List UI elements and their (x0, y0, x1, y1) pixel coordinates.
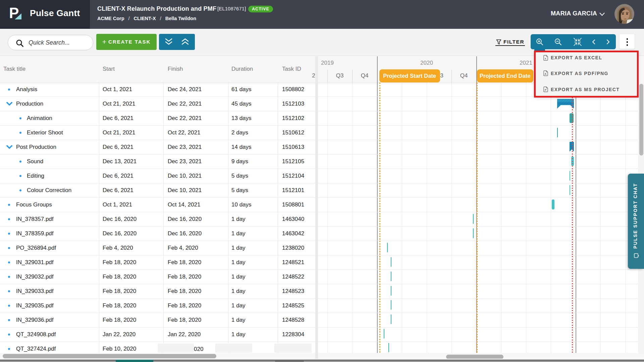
svg-text:P: P (545, 88, 547, 92)
svg-text:x: x (545, 57, 546, 60)
svg-text:A: A (544, 72, 546, 75)
